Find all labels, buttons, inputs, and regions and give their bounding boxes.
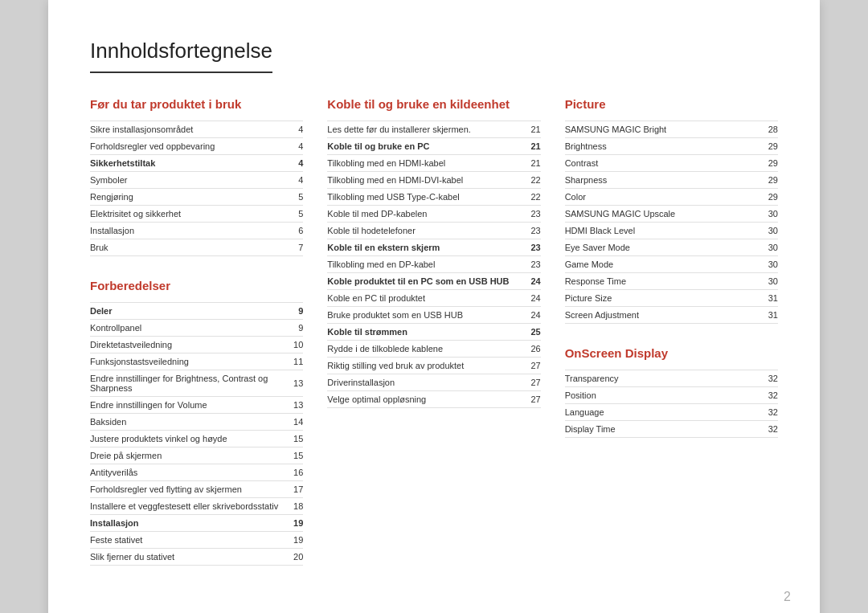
- toc-page-number: 15: [284, 431, 303, 447]
- toc-page-number: 13: [284, 397, 303, 414]
- toc-page-number: 6: [284, 223, 303, 239]
- table-row: Transparency32: [565, 370, 778, 387]
- table-row: Sikkerhetstiltak4: [90, 155, 303, 172]
- table-row: Koble til en ekstern skjerm23: [327, 239, 540, 256]
- toc-columns: Før du tar produktet i brukSikre install…: [90, 97, 778, 588]
- toc-label: Language: [565, 404, 759, 421]
- section-title: Før du tar produktet i bruk: [90, 97, 303, 111]
- table-row: Kontrollpanel9: [90, 320, 303, 337]
- table-row: Picture Size31: [565, 290, 778, 307]
- toc-page-number: 15: [284, 447, 303, 464]
- toc-label: Riktig stilling ved bruk av produktet: [327, 358, 521, 374]
- toc-label: Slik fjerner du stativet: [90, 549, 284, 566]
- table-row: Color29: [565, 189, 778, 206]
- toc-page-number: 23: [522, 239, 541, 256]
- toc-page-number: 11: [284, 353, 303, 370]
- toc-label: Contrast: [565, 155, 759, 172]
- table-row: SAMSUNG MAGIC Bright28: [565, 121, 778, 138]
- page-number: 2: [784, 590, 791, 604]
- toc-label: Antityverilås: [90, 464, 284, 481]
- table-row: Sharpness29: [565, 172, 778, 189]
- table-row: SAMSUNG MAGIC Upscale30: [565, 206, 778, 223]
- table-row: Rydde i de tilkoblede kablene26: [327, 341, 540, 358]
- table-row: Bruk7: [90, 239, 303, 256]
- toc-page-number: 4: [284, 138, 303, 155]
- col3: PictureSAMSUNG MAGIC Bright28Brightness2…: [565, 97, 778, 588]
- table-row: Les dette før du installerer skjermen.21: [327, 121, 540, 138]
- toc-label: Elektrisitet og sikkerhet: [90, 206, 284, 223]
- table-row: Contrast29: [565, 155, 778, 172]
- toc-page-number: 24: [522, 290, 541, 307]
- toc-label: SAMSUNG MAGIC Upscale: [565, 206, 759, 223]
- toc-table: SAMSUNG MAGIC Bright28Brightness29Contra…: [565, 121, 778, 324]
- toc-page-number: 29: [759, 189, 778, 206]
- toc-label: Dreie på skjermen: [90, 447, 284, 464]
- toc-page-number: 32: [759, 404, 778, 421]
- toc-label: Transparency: [565, 370, 759, 387]
- table-row: Deler9: [90, 303, 303, 320]
- toc-label: Position: [565, 387, 759, 404]
- table-row: Eye Saver Mode30: [565, 239, 778, 256]
- col1: Før du tar produktet i brukSikre install…: [90, 97, 327, 588]
- toc-label: Color: [565, 189, 759, 206]
- toc-page-number: 4: [284, 155, 303, 172]
- toc-label: Game Mode: [565, 256, 759, 273]
- toc-page-number: 5: [284, 206, 303, 223]
- toc-page-number: 21: [522, 138, 541, 155]
- toc-label: Koble produktet til en PC som en USB HUB: [327, 273, 521, 290]
- toc-label: Tilkobling med USB Type-C-kabel: [327, 189, 521, 206]
- toc-page-number: 23: [522, 223, 541, 239]
- toc-label: Les dette før du installerer skjermen.: [327, 121, 521, 138]
- toc-table: Les dette før du installerer skjermen.21…: [327, 121, 540, 408]
- toc-label: Forholdsregler ved flytting av skjermen: [90, 481, 284, 498]
- toc-label: Koble til med DP-kabelen: [327, 206, 521, 223]
- table-row: Symboler4: [90, 172, 303, 189]
- table-row: Display Time32: [565, 421, 778, 438]
- toc-label: Endre innstillingen for Volume: [90, 397, 284, 414]
- table-row: Tilkobling med en DP-kabel23: [327, 256, 540, 273]
- toc-page-number: 20: [284, 549, 303, 566]
- section-title: Picture: [565, 97, 778, 111]
- toc-label: Rengjøring: [90, 189, 284, 206]
- table-row: Forholdsregler ved oppbevaring4: [90, 138, 303, 155]
- toc-page-number: 30: [759, 256, 778, 273]
- toc-label: Picture Size: [565, 290, 759, 307]
- toc-table: Sikre installasjonsområdet4Forholdsregle…: [90, 121, 303, 256]
- toc-label: Symboler: [90, 172, 284, 189]
- toc-page-number: 19: [284, 532, 303, 549]
- toc-page-number: 24: [522, 273, 541, 290]
- toc-page-number: 32: [759, 387, 778, 404]
- page-title: Innholdsfortegnelse: [90, 39, 272, 73]
- toc-page-number: 24: [522, 307, 541, 324]
- toc-label: Screen Adjustment: [565, 307, 759, 324]
- table-row: Koble produktet til en PC som en USB HUB…: [327, 273, 540, 290]
- toc-label: Deler: [90, 303, 284, 320]
- toc-page-number: 22: [522, 172, 541, 189]
- toc-page-number: 32: [759, 421, 778, 438]
- toc-page-number: 18: [284, 498, 303, 515]
- toc-label: Brightness: [565, 138, 759, 155]
- table-row: Tilkobling med USB Type-C-kabel22: [327, 189, 540, 206]
- toc-page-number: 23: [522, 206, 541, 223]
- toc-label: Driverinstallasjon: [327, 374, 521, 391]
- table-row: Elektrisitet og sikkerhet5: [90, 206, 303, 223]
- col2: Koble til og bruke en kildeenhetLes dett…: [327, 97, 564, 588]
- toc-label: Display Time: [565, 421, 759, 438]
- table-row: Koble til og bruke en PC21: [327, 138, 540, 155]
- toc-label: SAMSUNG MAGIC Bright: [565, 121, 759, 138]
- table-row: Brightness29: [565, 138, 778, 155]
- table-row: Feste stativet19: [90, 532, 303, 549]
- toc-label: Tilkobling med en HDMI-DVI-kabel: [327, 172, 521, 189]
- table-row: Endre innstillinger for Brightness, Cont…: [90, 370, 303, 397]
- toc-table: Deler9Kontrollpanel9Direktetastveilednin…: [90, 302, 303, 566]
- table-row: Driverinstallasjon27: [327, 374, 540, 391]
- table-row: Installasjon19: [90, 515, 303, 532]
- toc-label: Response Time: [565, 273, 759, 290]
- table-row: Koble en PC til produktet24: [327, 290, 540, 307]
- section-title: OnScreen Display: [565, 346, 778, 360]
- toc-label: Sharpness: [565, 172, 759, 189]
- table-row: Tilkobling med en HDMI-kabel21: [327, 155, 540, 172]
- toc-page-number: 27: [522, 358, 541, 374]
- table-row: Game Mode30: [565, 256, 778, 273]
- table-row: Riktig stilling ved bruk av produktet27: [327, 358, 540, 374]
